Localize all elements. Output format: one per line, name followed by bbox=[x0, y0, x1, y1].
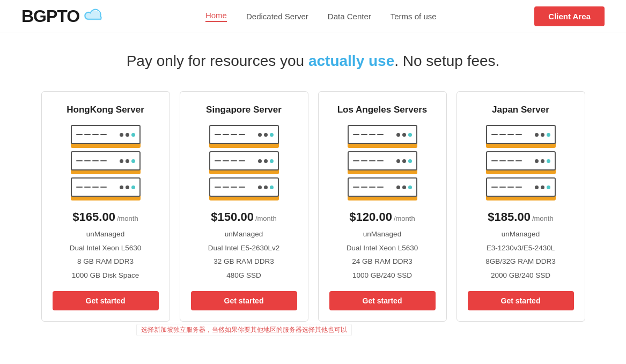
hero-text-before: Pay only for resources you bbox=[127, 53, 308, 69]
card-period-1: /month bbox=[255, 214, 277, 222]
hero-highlight: actually use bbox=[308, 53, 394, 69]
card-cpu-1: Dual Intel E5-2630Lv2 bbox=[208, 241, 280, 255]
card-cpu-0: Dual Intel Xeon L5630 bbox=[70, 241, 142, 255]
get-started-button-2[interactable]: Get started bbox=[329, 291, 436, 310]
card-price-1: $150.00/month bbox=[211, 210, 276, 224]
hero-section: Pay only for resources you actually use.… bbox=[0, 33, 626, 86]
server-icon-3 bbox=[486, 125, 556, 200]
card-ram-3: 8GB/32G RAM DDR3 bbox=[485, 255, 556, 269]
server-icon-2 bbox=[348, 125, 417, 200]
card-tooltip-1: 选择新加坡独立服务器，当然如果你要其他地区的服务器选择其他也可以 bbox=[136, 324, 352, 336]
card-price-2: $120.00/month bbox=[349, 210, 415, 224]
nav-home[interactable]: Home bbox=[205, 11, 227, 22]
get-started-button-3[interactable]: Get started bbox=[468, 291, 574, 310]
card-period-3: /month bbox=[532, 214, 554, 222]
card-disk-1: 480G SSD bbox=[208, 269, 280, 283]
card-specs-0: unManaged Dual Intel Xeon L5630 8 GB RAM… bbox=[70, 227, 142, 283]
card-cpu-2: Dual Intel Xeon L5630 bbox=[347, 241, 418, 255]
server-cards: HongKong Server bbox=[0, 86, 626, 343]
logo: BGPTO bbox=[21, 6, 107, 26]
logo-text: BGPTO bbox=[21, 6, 79, 26]
nav-dedicated-server[interactable]: Dedicated Server bbox=[246, 12, 308, 21]
card-management-2: unManaged bbox=[347, 227, 418, 241]
card-ram-0: 8 GB RAM DDR3 bbox=[70, 255, 142, 269]
card-management-3: unManaged bbox=[485, 227, 556, 241]
card-title-3: Japan Server bbox=[492, 105, 549, 115]
logo-cloud-icon bbox=[82, 8, 107, 26]
get-started-button-1[interactable]: Get started bbox=[191, 291, 297, 310]
card-specs-2: unManaged Dual Intel Xeon L5630 24 GB RA… bbox=[347, 227, 418, 283]
server-card-0: HongKong Server bbox=[41, 91, 170, 322]
hero-text-after: . No setup fees. bbox=[394, 53, 499, 69]
card-management-1: unManaged bbox=[208, 227, 280, 241]
card-period-2: /month bbox=[394, 214, 415, 222]
card-ram-1: 32 GB RAM DDR3 bbox=[208, 255, 280, 269]
server-icon-1 bbox=[209, 125, 279, 200]
card-disk-0: 1000 GB Disk Space bbox=[70, 269, 142, 283]
main-nav: Home Dedicated Server Data Center Terms … bbox=[205, 11, 437, 22]
card-title-2: Los Angeles Servers bbox=[337, 105, 428, 115]
server-icon-0 bbox=[71, 125, 141, 200]
card-disk-2: 1000 GB/240 SSD bbox=[347, 269, 418, 283]
card-title-1: Singapore Server bbox=[206, 105, 282, 115]
nav-terms[interactable]: Terms of use bbox=[391, 12, 437, 21]
card-ram-2: 24 GB RAM DDR3 bbox=[347, 255, 418, 269]
client-area-button[interactable]: Client Area bbox=[534, 6, 605, 26]
card-specs-3: unManaged E3-1230v3/E5-2430L 8GB/32G RAM… bbox=[485, 227, 556, 283]
card-period-0: /month bbox=[117, 214, 138, 222]
get-started-button-0[interactable]: Get started bbox=[53, 291, 159, 310]
card-price-3: $185.00/month bbox=[488, 210, 553, 224]
card-disk-3: 2000 GB/240 SSD bbox=[485, 269, 556, 283]
card-price-0: $165.00/month bbox=[72, 210, 138, 224]
nav-data-center[interactable]: Data Center bbox=[328, 12, 371, 21]
card-specs-1: unManaged Dual Intel E5-2630Lv2 32 GB RA… bbox=[208, 227, 280, 283]
card-title-0: HongKong Server bbox=[67, 105, 144, 115]
server-card-1: Singapore Server bbox=[180, 91, 308, 322]
card-management-0: unManaged bbox=[70, 227, 142, 241]
card-cpu-3: E3-1230v3/E5-2430L bbox=[485, 241, 556, 255]
server-card-2: Los Angeles Servers bbox=[318, 91, 447, 322]
server-card-3: Japan Server bbox=[456, 91, 585, 322]
